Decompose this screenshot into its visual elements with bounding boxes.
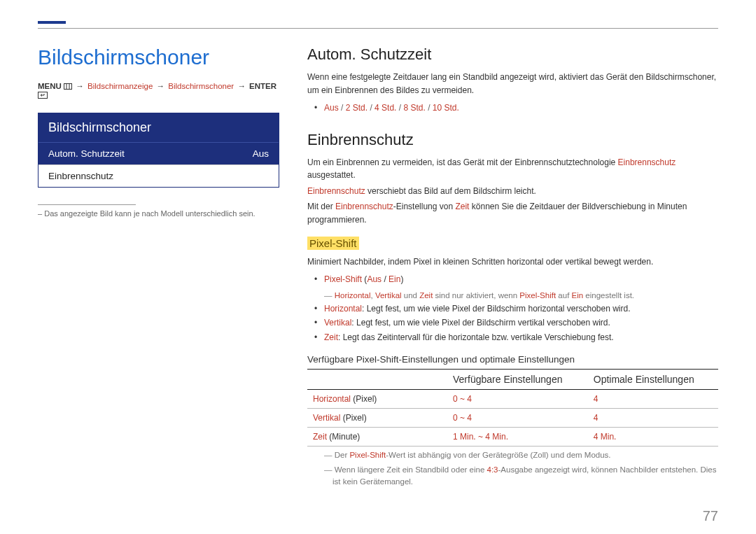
- page-number: 77: [703, 508, 718, 524]
- arrow-icon: →: [74, 82, 85, 90]
- right-column: Autom. Schutzzeit Wenn eine festgelegte …: [307, 45, 718, 504]
- section-body: Mit der Einbrennschutz-Einstellung von Z…: [307, 200, 718, 226]
- section-body: Wenn eine festgelegte Zeitdauer lang ein…: [307, 71, 718, 97]
- list-subnote: Horizontal, Vertikal und Zeit sind nur a…: [324, 290, 718, 302]
- pixel-shift-intro: Minimiert Nachbilder, indem Pixel in kle…: [307, 255, 718, 269]
- table-row: Zeit (Minute) 1 Min. ~ 4 Min. 4 Min.: [307, 427, 718, 446]
- menu-item-value: Aus: [253, 148, 269, 159]
- breadcrumb: MENU → Bildschirmanzeige → Bildschirmsch…: [38, 82, 279, 100]
- header-accent-bar: [38, 21, 66, 24]
- table-row: Vertikal (Pixel) 0 ~ 4 4: [307, 408, 718, 427]
- page-title: Bildschirmschoner: [38, 45, 279, 69]
- menu-item-label: Autom. Schutzzeit: [48, 148, 125, 159]
- left-column: Bildschirmschoner MENU → Bildschirmanzei…: [38, 45, 279, 504]
- table-row: Horizontal (Pixel) 0 ~ 4 4: [307, 389, 718, 408]
- arrow-icon: →: [155, 82, 167, 90]
- breadcrumb-part-1: Bildschirmanzeige: [88, 82, 153, 90]
- footnote: – Das angezeigte Bild kann je nach Model…: [38, 209, 279, 218]
- footnote: Wenn längere Zeit ein Standbild oder ein…: [307, 464, 718, 489]
- section-title: Einbrennschutz: [307, 131, 718, 149]
- menu-icon: [64, 83, 72, 91]
- table-header: Verfügbare Einstellungen: [447, 369, 588, 389]
- enter-icon: [38, 92, 48, 100]
- list-item: Zeit: Legt das Zeitintervall für die hor…: [324, 330, 718, 344]
- list-item: Pixel-Shift (Aus / Ein) Horizontal, Vert…: [324, 272, 718, 302]
- section-autom-schutzzeit: Autom. Schutzzeit Wenn eine festgelegte …: [307, 45, 718, 115]
- menu-header: Bildschirmschoner: [38, 113, 279, 142]
- option-list: Aus / 2 Std. / 4 Std. / 8 Std. / 10 Std.: [324, 101, 718, 115]
- table-header: Optimale Einstellungen: [588, 369, 718, 389]
- section-body: Um ein Einbrennen zu vermeiden, ist das …: [307, 156, 718, 182]
- arrow-icon: →: [236, 82, 247, 90]
- menu-item-label: Einbrennschutz: [48, 171, 113, 181]
- header-rule: [38, 28, 718, 29]
- breadcrumb-menu: MENU: [38, 82, 62, 90]
- list-item: Vertikal: Legt fest, um wie viele Pixel …: [324, 316, 718, 330]
- menu-item-autom-schutzzeit[interactable]: Autom. Schutzzeit Aus: [38, 142, 279, 164]
- footnote-divider: [38, 204, 136, 205]
- table-header: [307, 369, 447, 389]
- pixel-shift-table: Verfügbare Einstellungen Optimale Einste…: [307, 369, 718, 447]
- subsection-pixel-shift: Pixel-Shift: [307, 237, 359, 250]
- breadcrumb-enter: ENTER: [249, 82, 276, 90]
- list-item: Horizontal: Legt fest, um wie viele Pixe…: [324, 302, 718, 316]
- section-title: Autom. Schutzzeit: [307, 45, 718, 64]
- breadcrumb-part-2: Bildschirmschoner: [168, 82, 234, 90]
- section-einbrennschutz: Einbrennschutz Um ein Einbrennen zu verm…: [307, 131, 718, 489]
- table-title: Verfügbare Pixel-Shift-Einstellungen und…: [307, 354, 718, 365]
- footnote: Der Pixel-Shift-Wert ist abhängig von de…: [307, 449, 718, 461]
- section-body: Einbrennschutz verschiebt das Bild auf d…: [307, 185, 718, 198]
- settings-menu-preview: Bildschirmschoner Autom. Schutzzeit Aus …: [38, 113, 279, 188]
- menu-item-einbrennschutz[interactable]: Einbrennschutz: [38, 164, 279, 187]
- svg-rect-0: [64, 84, 72, 90]
